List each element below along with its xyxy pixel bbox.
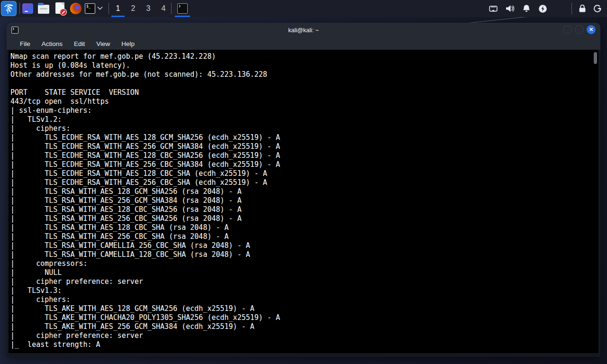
launcher-app-window[interactable]	[22, 3, 33, 14]
lock-icon	[578, 4, 587, 13]
menu-bar: File Actions Edit View Help	[7, 37, 600, 50]
terminal-viewport[interactable]: Nmap scan report for mef.gob.pe (45.223.…	[9, 50, 598, 353]
menu-help[interactable]: Help	[117, 39, 139, 49]
workspace-1[interactable]: 1	[110, 0, 126, 17]
document-blocked-icon	[55, 2, 64, 14]
logout-arrow-icon	[593, 4, 602, 13]
menu-file[interactable]: File	[15, 39, 35, 49]
folder-icon	[38, 5, 49, 14]
top-panel: $_ 1 2 3 4 ❯	[0, 0, 607, 17]
workspace-2[interactable]: 2	[126, 0, 141, 17]
launcher-text-editor[interactable]	[55, 2, 64, 14]
tray-lock-screen-button[interactable]	[577, 0, 588, 17]
panel-separator	[571, 3, 572, 14]
tray-network-button[interactable]	[488, 0, 499, 17]
workspace-4[interactable]: 4	[156, 0, 171, 17]
close-button[interactable]: ✕	[587, 25, 596, 34]
launcher-file-manager[interactable]	[38, 3, 49, 14]
terminal-window: ❯ kali@kali: ~ ✕ File Actions Edit View …	[7, 23, 600, 357]
terminal-launcher-dropdown[interactable]	[97, 6, 103, 10]
launcher-terminal[interactable]: $_	[85, 3, 95, 14]
workspace-3[interactable]: 3	[141, 0, 156, 17]
chevron-down-icon	[97, 6, 103, 10]
bell-icon	[522, 4, 531, 13]
tray-volume-button[interactable]	[504, 0, 516, 17]
tray-power-manager-button[interactable]	[537, 0, 548, 17]
window-title: kali@kali: ~	[7, 27, 600, 34]
launcher-browser[interactable]	[70, 3, 82, 14]
window-icon	[22, 3, 33, 14]
panel-separator	[19, 3, 20, 14]
menu-view[interactable]: View	[91, 39, 115, 49]
minimize-button[interactable]	[563, 25, 572, 34]
power-bolt-icon	[538, 4, 547, 13]
terminal-window-icon: ❯	[11, 27, 18, 34]
tray-notifications-button[interactable]	[521, 0, 532, 17]
ethernet-icon	[489, 4, 498, 13]
firefox-icon	[70, 3, 82, 14]
kali-dragon-icon	[3, 2, 15, 15]
tray-logout-button[interactable]	[592, 0, 603, 17]
taskbar-terminal-window-button[interactable]: ❯	[174, 0, 190, 17]
titlebar[interactable]: ❯ kali@kali: ~ ✕	[7, 23, 600, 37]
menu-edit[interactable]: Edit	[69, 39, 90, 49]
maximize-button[interactable]	[575, 25, 584, 34]
applications-menu-button[interactable]	[1, 1, 17, 16]
terminal-prompt-icon: ❯	[177, 3, 188, 14]
menu-actions[interactable]: Actions	[37, 39, 67, 49]
panel-separator	[109, 3, 109, 14]
panel-separator	[171, 3, 172, 14]
terminal-prompt-icon: $_	[85, 3, 95, 14]
speaker-icon	[505, 4, 515, 13]
terminal-output: Nmap scan report for mef.gob.pe (45.223.…	[9, 50, 598, 349]
scrollbar-thumb[interactable]	[594, 52, 597, 64]
